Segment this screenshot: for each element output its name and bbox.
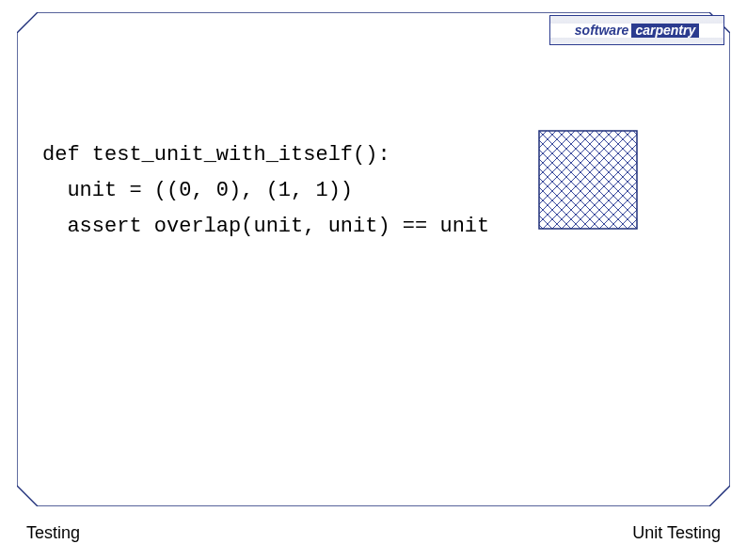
logo-text: software carpentry: [550, 24, 723, 38]
svg-marker-0: [17, 12, 730, 506]
slide: software carpentry def test_unit_with_it…: [0, 0, 747, 560]
slide-border: [17, 12, 730, 506]
logo-word-carpentry: carpentry: [631, 24, 699, 38]
logo-word-software: software: [575, 24, 629, 37]
code-line-3: assert overlap(unit, unit) == unit: [42, 215, 489, 238]
code-block: def test_unit_with_itself(): unit = ((0,…: [42, 137, 489, 245]
code-line-2: unit = ((0, 0), (1, 1)): [42, 179, 353, 202]
footer-left-label: Testing: [26, 523, 80, 543]
crosshatch-square-icon: [538, 130, 638, 230]
software-carpentry-logo: software carpentry: [549, 15, 724, 45]
footer-right-label: Unit Testing: [632, 523, 721, 543]
svg-rect-1: [539, 131, 637, 229]
logo-bottom-stripe: [550, 38, 723, 45]
code-line-1: def test_unit_with_itself():: [42, 143, 390, 167]
